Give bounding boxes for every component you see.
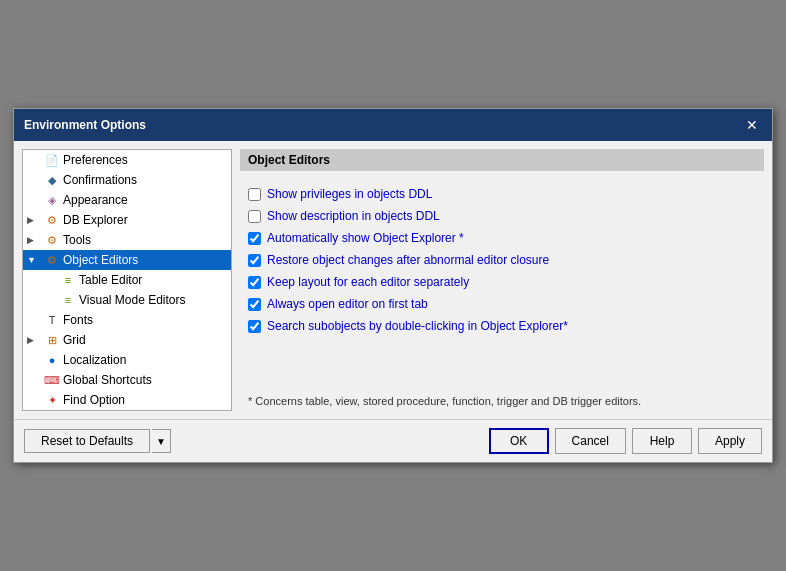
reset-dropdown-button[interactable]: ▼ <box>152 429 171 453</box>
close-button[interactable]: ✕ <box>742 115 762 135</box>
expand-icon-object-editors: ▼ <box>27 255 41 265</box>
tree-icon-localization: ● <box>44 352 60 368</box>
tree-item-global-shortcuts[interactable]: ⌨Global Shortcuts <box>23 370 231 390</box>
tree-item-find-option[interactable]: ✦Find Option <box>23 390 231 410</box>
content-header: Object Editors <box>240 149 764 171</box>
tree-label-localization: Localization <box>63 353 126 367</box>
checkbox-row-auto-show-explorer: Automatically show Object Explorer * <box>248 227 756 249</box>
dialog-title: Environment Options <box>24 118 146 132</box>
expand-icon-db-explorer: ▶ <box>27 215 41 225</box>
expand-icon-grid: ▶ <box>27 335 41 345</box>
tree-label-db-explorer: DB Explorer <box>63 213 128 227</box>
tree-label-find-option: Find Option <box>63 393 125 407</box>
ok-button[interactable]: OK <box>489 428 549 454</box>
tree-label-confirmations: Confirmations <box>63 173 137 187</box>
checkbox-search-subobjects[interactable] <box>248 320 261 333</box>
expand-icon-tools: ▶ <box>27 235 41 245</box>
checkbox-row-keep-layout: Keep layout for each editor separately <box>248 271 756 293</box>
tree-icon-appearance: ◈ <box>44 192 60 208</box>
content-panel: Object Editors Show privileges in object… <box>240 149 764 411</box>
checkbox-row-show-description: Show description in objects DDL <box>248 205 756 227</box>
tree-item-object-editors[interactable]: ▼⚙Object Editors <box>23 250 231 270</box>
tree-icon-grid: ⊞ <box>44 332 60 348</box>
help-button[interactable]: Help <box>632 428 692 454</box>
tree-icon-preferences: 📄 <box>44 152 60 168</box>
tree-item-localization[interactable]: ●Localization <box>23 350 231 370</box>
dialog-footer: Reset to Defaults ▼ OK Cancel Help Apply <box>14 419 772 462</box>
tree-label-appearance: Appearance <box>63 193 128 207</box>
checkbox-row-search-subobjects: Search subobjects by double-clicking in … <box>248 315 756 337</box>
checkbox-always-open[interactable] <box>248 298 261 311</box>
footer-left: Reset to Defaults ▼ <box>24 429 171 453</box>
tree-label-table-editor: Table Editor <box>79 273 142 287</box>
tree-label-grid: Grid <box>63 333 86 347</box>
checkbox-label-always-open[interactable]: Always open editor on first tab <box>267 297 428 311</box>
tree-icon-db-explorer: ⚙ <box>44 212 60 228</box>
checkbox-auto-show-explorer[interactable] <box>248 232 261 245</box>
tree-icon-find-option: ✦ <box>44 392 60 408</box>
tree-icon-confirmations: ◆ <box>44 172 60 188</box>
cancel-button[interactable]: Cancel <box>555 428 626 454</box>
checkbox-label-show-description[interactable]: Show description in objects DDL <box>267 209 440 223</box>
tree-icon-fonts: T <box>44 312 60 328</box>
checkbox-label-search-subobjects[interactable]: Search subobjects by double-clicking in … <box>267 319 568 333</box>
tree-item-db-explorer[interactable]: ▶⚙DB Explorer <box>23 210 231 230</box>
checkbox-row-restore-changes: Restore object changes after abnormal ed… <box>248 249 756 271</box>
footnote: * Concerns table, view, stored procedure… <box>240 391 764 411</box>
dialog-body: 📄Preferences◆Confirmations◈Appearance▶⚙D… <box>14 141 772 419</box>
tree-icon-table-editor: ≡ <box>60 272 76 288</box>
tree-icon-tools: ⚙ <box>44 232 60 248</box>
tree-label-fonts: Fonts <box>63 313 93 327</box>
checkbox-show-privileges[interactable] <box>248 188 261 201</box>
tree-item-fonts[interactable]: TFonts <box>23 310 231 330</box>
tree-panel: 📄Preferences◆Confirmations◈Appearance▶⚙D… <box>22 149 232 411</box>
checkbox-row-always-open: Always open editor on first tab <box>248 293 756 315</box>
tree-item-table-editor[interactable]: ≡Table Editor <box>23 270 231 290</box>
tree-item-appearance[interactable]: ◈Appearance <box>23 190 231 210</box>
title-bar: Environment Options ✕ <box>14 109 772 141</box>
checkbox-row-show-privileges: Show privileges in objects DDL <box>248 183 756 205</box>
footer-right: OK Cancel Help Apply <box>489 428 762 454</box>
apply-button[interactable]: Apply <box>698 428 762 454</box>
reset-defaults-button[interactable]: Reset to Defaults <box>24 429 150 453</box>
tree-item-confirmations[interactable]: ◆Confirmations <box>23 170 231 190</box>
tree-item-visual-mode-editors[interactable]: ≡Visual Mode Editors <box>23 290 231 310</box>
checkbox-show-description[interactable] <box>248 210 261 223</box>
tree-label-tools: Tools <box>63 233 91 247</box>
checkbox-label-keep-layout[interactable]: Keep layout for each editor separately <box>267 275 469 289</box>
content-body: Show privileges in objects DDLShow descr… <box>240 179 764 391</box>
checkbox-keep-layout[interactable] <box>248 276 261 289</box>
checkbox-label-auto-show-explorer[interactable]: Automatically show Object Explorer * <box>267 231 464 245</box>
tree-icon-object-editors: ⚙ <box>44 252 60 268</box>
tree-label-object-editors: Object Editors <box>63 253 138 267</box>
tree-label-global-shortcuts: Global Shortcuts <box>63 373 152 387</box>
checkbox-restore-changes[interactable] <box>248 254 261 267</box>
tree-item-preferences[interactable]: 📄Preferences <box>23 150 231 170</box>
tree-label-preferences: Preferences <box>63 153 128 167</box>
tree-icon-global-shortcuts: ⌨ <box>44 372 60 388</box>
tree-item-tools[interactable]: ▶⚙Tools <box>23 230 231 250</box>
environment-options-dialog: Environment Options ✕ 📄Preferences◆Confi… <box>13 108 773 463</box>
checkbox-label-show-privileges[interactable]: Show privileges in objects DDL <box>267 187 432 201</box>
tree-icon-visual-mode-editors: ≡ <box>60 292 76 308</box>
checkbox-label-restore-changes[interactable]: Restore object changes after abnormal ed… <box>267 253 549 267</box>
tree-label-visual-mode-editors: Visual Mode Editors <box>79 293 186 307</box>
tree-item-grid[interactable]: ▶⊞Grid <box>23 330 231 350</box>
